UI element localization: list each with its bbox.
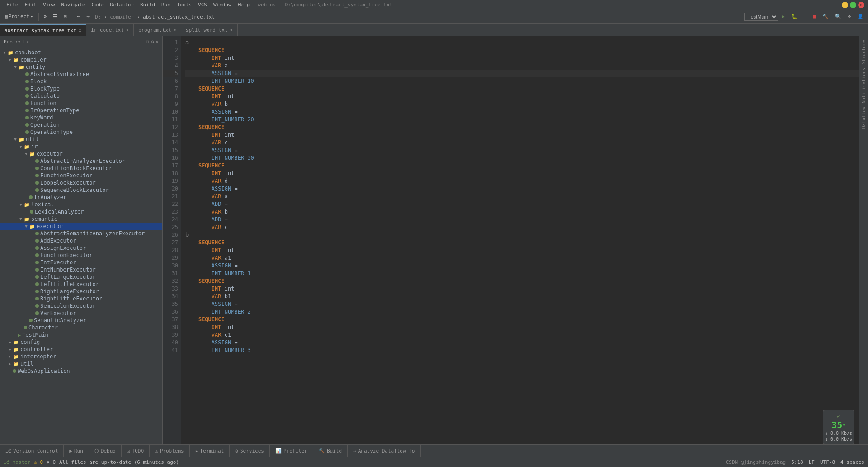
menu-view[interactable]: View <box>40 1 58 9</box>
expand-arrow[interactable]: ▼ <box>18 144 24 149</box>
analyze-dataflow-tab[interactable]: → Analyze Dataflow To <box>348 445 420 457</box>
forward-button[interactable]: → <box>84 13 92 20</box>
tree-item-leftlittleexecutor[interactable]: LeftLittleExecutor <box>0 281 162 288</box>
expand-arrow[interactable]: ▶ <box>7 354 13 359</box>
settings-button[interactable]: ⚙ <box>41 13 50 20</box>
tab-close-icon[interactable]: × <box>79 28 81 33</box>
settings-icon[interactable]: ⚙ <box>151 39 154 45</box>
file-tree[interactable]: ▼ 📁 com.boot ▼ 📁 compiler ▼ 📁 entity A <box>0 48 162 444</box>
run-button[interactable]: ▶ <box>779 13 788 20</box>
close-button[interactable]: × <box>858 2 864 8</box>
tree-item-webosapplication[interactable]: WebOsApplication <box>0 367 162 375</box>
tree-item-abstractiranalyzerexecutor[interactable]: AbstractIrAnalyzerExecutor <box>0 157 162 165</box>
tree-item-leftlargeexecutor[interactable]: LeftLargeExecutor <box>0 273 162 281</box>
services-tab[interactable]: ⚙ Services <box>230 445 270 457</box>
tree-item-blocktype[interactable]: BlockType <box>0 85 162 92</box>
run-tab[interactable]: ▶ Run <box>64 445 89 457</box>
code-editor[interactable]: a SEQUENCE INT int VAR a ASSIGN = INT_NU… <box>181 36 859 444</box>
expand-arrow[interactable]: ▼ <box>18 202 24 207</box>
version-control-tab[interactable]: ⎇ Version Control <box>0 445 64 457</box>
dataflow-label[interactable]: Dataflow <box>860 105 867 130</box>
menu-code[interactable]: Code <box>89 1 106 9</box>
tree-item-entity[interactable]: ▼ 📁 entity <box>0 63 162 71</box>
tab-close-icon[interactable]: × <box>126 28 129 33</box>
notifications-label[interactable]: Notifications <box>860 66 867 105</box>
tab-split-word[interactable]: split_word.txt × <box>181 24 238 36</box>
menu-help[interactable]: Help <box>235 1 253 9</box>
tree-item-semanticanalyzer[interactable]: SemanticAnalyzer <box>0 317 162 324</box>
tree-item-semicolonexecutor[interactable]: SemicolonExecutor <box>0 302 162 310</box>
tree-item-rightlargeexecutor[interactable]: RightLargeExecutor <box>0 288 162 295</box>
tree-item-lexicalanalyzer[interactable]: LexicalAnalyzer <box>0 208 162 215</box>
tab-abstract-syntax-tree[interactable]: abstract_syntax_tree.txt × <box>0 24 86 36</box>
tree-item-varexecutor[interactable]: VarExecutor <box>0 310 162 317</box>
tree-item-intnumberexecutor[interactable]: IntNumberExecutor <box>0 266 162 273</box>
tree-item-operationtype[interactable]: OperationType <box>0 129 162 136</box>
expand-arrow[interactable]: ▼ <box>13 65 18 69</box>
tree-item-loopblockexecutor[interactable]: LoopBlockExecutor <box>0 179 162 186</box>
tree-item-ir[interactable]: ▼ 📁 ir <box>0 143 162 150</box>
layout-button[interactable]: ☰ <box>50 13 60 20</box>
cursor-position[interactable]: 5:18 <box>791 459 803 465</box>
run-config-dropdown[interactable]: TestMain <box>744 13 778 21</box>
tree-item-iroperationtype[interactable]: IrOperationType <box>0 107 162 114</box>
menu-tools[interactable]: Tools <box>174 1 194 9</box>
tree-item-functionexecutor-sem[interactable]: FunctionExecutor <box>0 252 162 259</box>
tab-program[interactable]: program.txt × <box>134 24 181 36</box>
tree-item-iranalyzer[interactable]: IrAnalyzer <box>0 194 162 201</box>
tree-item-semantic[interactable]: ▼ 📁 semantic <box>0 215 162 223</box>
menu-build[interactable]: Build <box>137 1 158 9</box>
indentation[interactable]: 4 spaces <box>840 459 864 465</box>
tree-item-controller[interactable]: ▶ 📁 controller <box>0 346 162 353</box>
line-separator[interactable]: LF <box>809 459 815 465</box>
expand-arrow[interactable]: ▶ <box>7 347 13 352</box>
search-everywhere-button[interactable]: 🔍 <box>832 13 844 20</box>
build-button[interactable]: 🔨 <box>820 13 831 20</box>
profiler-tab[interactable]: 📊 Profiler <box>270 445 313 457</box>
menu-navigate[interactable]: Navigate <box>59 1 88 9</box>
structure-label[interactable]: Structure <box>860 38 867 66</box>
tree-item-semantic-executor[interactable]: ▼ 📁 executor <box>0 223 162 230</box>
stop-button[interactable]: ■ <box>811 13 819 20</box>
tree-item-function[interactable]: Function <box>0 100 162 107</box>
tab-ir-code[interactable]: ir_code.txt × <box>86 24 134 36</box>
tree-item-sequenceblockexecutor[interactable]: SequenceBlockExecutor <box>0 186 162 194</box>
expand-arrow[interactable]: ▼ <box>13 137 18 142</box>
todo-tab[interactable]: ☑ TODO <box>122 445 150 457</box>
tree-item-abstractsyntaxtree[interactable]: AbstractSyntaxTree <box>0 71 162 78</box>
expand-arrow[interactable]: ▼ <box>24 224 29 229</box>
tree-item-intexecutor[interactable]: IntExecutor <box>0 259 162 266</box>
back-button[interactable]: ← <box>75 13 83 20</box>
tree-item-lexical[interactable]: ▼ 📁 lexical <box>0 201 162 208</box>
tree-item-config[interactable]: ▶ 📁 config <box>0 338 162 346</box>
tree-item-conditionblockexecutor[interactable]: ConditionBlockExecutor <box>0 165 162 172</box>
expand-arrow[interactable]: ▼ <box>18 217 24 221</box>
tree-item-util-top[interactable]: ▶ 📁 util <box>0 360 162 367</box>
editor-area[interactable]: 1234 5 678910 1112131415 1617181920 2122… <box>163 36 868 444</box>
expand-arrow[interactable]: ▼ <box>2 50 7 55</box>
vcs-status[interactable]: ⎇ master <box>4 459 30 465</box>
expand-arrow[interactable]: ▼ <box>7 57 13 62</box>
tree-item-addexecutor[interactable]: AddExecutor <box>0 237 162 244</box>
tree-item-interceptor[interactable]: ▶ 📁 interceptor <box>0 353 162 360</box>
tree-item-keyword[interactable]: KeyWord <box>0 114 162 121</box>
collapse-icon[interactable]: ⊟ <box>146 39 149 45</box>
profile-button[interactable]: 👤 <box>854 13 866 20</box>
expand-arrow[interactable]: ▶ <box>7 362 13 366</box>
tree-item-functionexecutor-ir[interactable]: FunctionExecutor <box>0 172 162 179</box>
expand-arrow[interactable]: ▶ <box>7 340 13 344</box>
split-button[interactable]: ⊟ <box>61 13 70 20</box>
menu-refactor[interactable]: Refactor <box>107 1 137 9</box>
tree-item-ir-executor[interactable]: ▼ 📁 executor <box>0 150 162 157</box>
debug-button[interactable]: 🐛 <box>788 13 800 20</box>
tab-close-icon[interactable]: × <box>230 28 232 33</box>
maximize-button[interactable]: □ <box>850 2 856 8</box>
problems-tab[interactable]: ⚠ Problems <box>150 445 190 457</box>
menu-file[interactable]: File <box>4 1 21 9</box>
run-coverage-button[interactable]: ⎯ <box>801 13 810 20</box>
settings-gear-button[interactable]: ⚙ <box>845 13 854 20</box>
tree-item-compiler[interactable]: ▼ 📁 compiler <box>0 56 162 63</box>
tree-item-testmain[interactable]: ▶ TestMain <box>0 331 162 338</box>
build-tab[interactable]: 🔨 Build <box>313 445 348 457</box>
tree-item-abstractsemanticanalyzerexecutor[interactable]: AbstractSemanticAnalyzerExecutor <box>0 230 162 237</box>
